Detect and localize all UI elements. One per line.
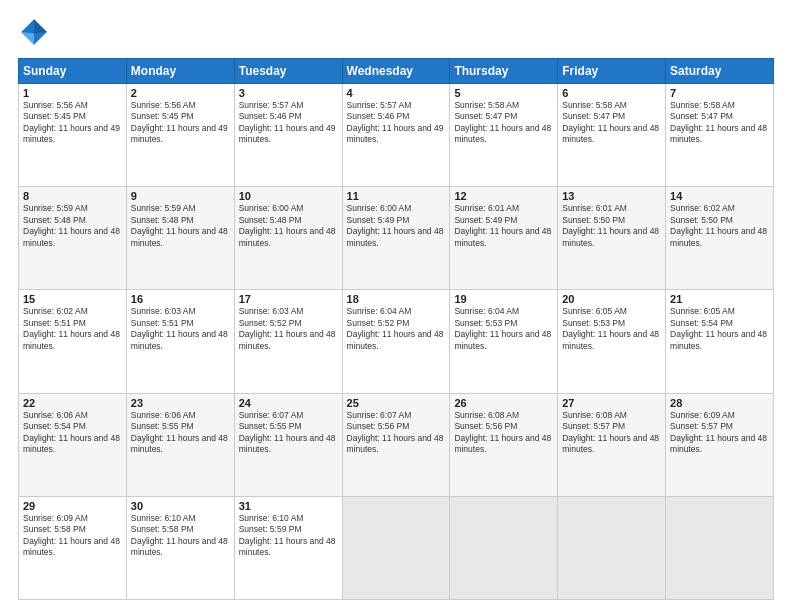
- day-info: Sunrise: 6:04 AMSunset: 5:52 PMDaylight:…: [347, 306, 444, 350]
- day-info: Sunrise: 5:57 AMSunset: 5:46 PMDaylight:…: [239, 100, 336, 144]
- day-number: 17: [239, 293, 338, 305]
- day-info: Sunrise: 5:57 AMSunset: 5:46 PMDaylight:…: [347, 100, 444, 144]
- day-info: Sunrise: 6:01 AMSunset: 5:50 PMDaylight:…: [562, 203, 659, 247]
- calendar-cell: 16Sunrise: 6:03 AMSunset: 5:51 PMDayligh…: [126, 290, 234, 393]
- calendar-cell: 1Sunrise: 5:56 AMSunset: 5:45 PMDaylight…: [19, 84, 127, 187]
- day-info: Sunrise: 6:00 AMSunset: 5:49 PMDaylight:…: [347, 203, 444, 247]
- calendar-cell: 11Sunrise: 6:00 AMSunset: 5:49 PMDayligh…: [342, 187, 450, 290]
- header: [18, 16, 774, 48]
- day-info: Sunrise: 6:09 AMSunset: 5:58 PMDaylight:…: [23, 513, 120, 557]
- day-number: 21: [670, 293, 769, 305]
- day-info: Sunrise: 6:10 AMSunset: 5:58 PMDaylight:…: [131, 513, 228, 557]
- day-info: Sunrise: 5:56 AMSunset: 5:45 PMDaylight:…: [23, 100, 120, 144]
- calendar-cell: [342, 496, 450, 599]
- svg-marker-2: [21, 32, 34, 45]
- day-info: Sunrise: 6:03 AMSunset: 5:51 PMDaylight:…: [131, 306, 228, 350]
- day-info: Sunrise: 6:07 AMSunset: 5:55 PMDaylight:…: [239, 410, 336, 454]
- calendar-cell: 2Sunrise: 5:56 AMSunset: 5:45 PMDaylight…: [126, 84, 234, 187]
- day-number: 24: [239, 397, 338, 409]
- day-info: Sunrise: 6:00 AMSunset: 5:48 PMDaylight:…: [239, 203, 336, 247]
- svg-marker-1: [34, 19, 47, 33]
- calendar-week-4: 22Sunrise: 6:06 AMSunset: 5:54 PMDayligh…: [19, 393, 774, 496]
- day-number: 4: [347, 87, 446, 99]
- day-header-wednesday: Wednesday: [342, 59, 450, 84]
- day-number: 16: [131, 293, 230, 305]
- day-number: 13: [562, 190, 661, 202]
- calendar-cell: 4Sunrise: 5:57 AMSunset: 5:46 PMDaylight…: [342, 84, 450, 187]
- day-number: 6: [562, 87, 661, 99]
- day-number: 23: [131, 397, 230, 409]
- day-number: 8: [23, 190, 122, 202]
- day-number: 22: [23, 397, 122, 409]
- day-header-tuesday: Tuesday: [234, 59, 342, 84]
- day-number: 15: [23, 293, 122, 305]
- day-number: 20: [562, 293, 661, 305]
- calendar-cell: 14Sunrise: 6:02 AMSunset: 5:50 PMDayligh…: [666, 187, 774, 290]
- calendar-week-2: 8Sunrise: 5:59 AMSunset: 5:48 PMDaylight…: [19, 187, 774, 290]
- calendar-cell: 13Sunrise: 6:01 AMSunset: 5:50 PMDayligh…: [558, 187, 666, 290]
- day-number: 9: [131, 190, 230, 202]
- day-info: Sunrise: 6:05 AMSunset: 5:54 PMDaylight:…: [670, 306, 767, 350]
- day-header-sunday: Sunday: [19, 59, 127, 84]
- calendar-cell: 22Sunrise: 6:06 AMSunset: 5:54 PMDayligh…: [19, 393, 127, 496]
- day-info: Sunrise: 6:10 AMSunset: 5:59 PMDaylight:…: [239, 513, 336, 557]
- calendar-cell: 5Sunrise: 5:58 AMSunset: 5:47 PMDaylight…: [450, 84, 558, 187]
- day-number: 14: [670, 190, 769, 202]
- calendar-cell: [666, 496, 774, 599]
- day-header-friday: Friday: [558, 59, 666, 84]
- day-info: Sunrise: 6:06 AMSunset: 5:55 PMDaylight:…: [131, 410, 228, 454]
- day-info: Sunrise: 5:56 AMSunset: 5:45 PMDaylight:…: [131, 100, 228, 144]
- calendar-cell: 12Sunrise: 6:01 AMSunset: 5:49 PMDayligh…: [450, 187, 558, 290]
- day-info: Sunrise: 6:06 AMSunset: 5:54 PMDaylight:…: [23, 410, 120, 454]
- day-number: 12: [454, 190, 553, 202]
- day-info: Sunrise: 6:03 AMSunset: 5:52 PMDaylight:…: [239, 306, 336, 350]
- page: SundayMondayTuesdayWednesdayThursdayFrid…: [0, 0, 792, 612]
- day-number: 11: [347, 190, 446, 202]
- day-info: Sunrise: 6:08 AMSunset: 5:56 PMDaylight:…: [454, 410, 551, 454]
- calendar-cell: 17Sunrise: 6:03 AMSunset: 5:52 PMDayligh…: [234, 290, 342, 393]
- calendar-cell: 23Sunrise: 6:06 AMSunset: 5:55 PMDayligh…: [126, 393, 234, 496]
- calendar-cell: 18Sunrise: 6:04 AMSunset: 5:52 PMDayligh…: [342, 290, 450, 393]
- calendar-cell: [558, 496, 666, 599]
- calendar-cell: 7Sunrise: 5:58 AMSunset: 5:47 PMDaylight…: [666, 84, 774, 187]
- day-number: 29: [23, 500, 122, 512]
- calendar-week-5: 29Sunrise: 6:09 AMSunset: 5:58 PMDayligh…: [19, 496, 774, 599]
- calendar-cell: 6Sunrise: 5:58 AMSunset: 5:47 PMDaylight…: [558, 84, 666, 187]
- day-info: Sunrise: 6:02 AMSunset: 5:50 PMDaylight:…: [670, 203, 767, 247]
- day-number: 5: [454, 87, 553, 99]
- calendar-cell: 15Sunrise: 6:02 AMSunset: 5:51 PMDayligh…: [19, 290, 127, 393]
- day-info: Sunrise: 6:09 AMSunset: 5:57 PMDaylight:…: [670, 410, 767, 454]
- calendar-cell: 19Sunrise: 6:04 AMSunset: 5:53 PMDayligh…: [450, 290, 558, 393]
- calendar-cell: 30Sunrise: 6:10 AMSunset: 5:58 PMDayligh…: [126, 496, 234, 599]
- calendar-cell: 27Sunrise: 6:08 AMSunset: 5:57 PMDayligh…: [558, 393, 666, 496]
- day-number: 30: [131, 500, 230, 512]
- day-number: 19: [454, 293, 553, 305]
- day-info: Sunrise: 6:07 AMSunset: 5:56 PMDaylight:…: [347, 410, 444, 454]
- calendar-cell: 3Sunrise: 5:57 AMSunset: 5:46 PMDaylight…: [234, 84, 342, 187]
- day-number: 28: [670, 397, 769, 409]
- calendar-cell: 31Sunrise: 6:10 AMSunset: 5:59 PMDayligh…: [234, 496, 342, 599]
- day-number: 10: [239, 190, 338, 202]
- day-info: Sunrise: 6:08 AMSunset: 5:57 PMDaylight:…: [562, 410, 659, 454]
- day-number: 2: [131, 87, 230, 99]
- day-info: Sunrise: 6:04 AMSunset: 5:53 PMDaylight:…: [454, 306, 551, 350]
- day-number: 3: [239, 87, 338, 99]
- day-header-monday: Monday: [126, 59, 234, 84]
- day-info: Sunrise: 5:59 AMSunset: 5:48 PMDaylight:…: [23, 203, 120, 247]
- calendar-cell: 29Sunrise: 6:09 AMSunset: 5:58 PMDayligh…: [19, 496, 127, 599]
- calendar-cell: 20Sunrise: 6:05 AMSunset: 5:53 PMDayligh…: [558, 290, 666, 393]
- day-info: Sunrise: 5:58 AMSunset: 5:47 PMDaylight:…: [670, 100, 767, 144]
- logo-icon: [18, 16, 50, 48]
- calendar-table: SundayMondayTuesdayWednesdayThursdayFrid…: [18, 58, 774, 600]
- calendar-week-1: 1Sunrise: 5:56 AMSunset: 5:45 PMDaylight…: [19, 84, 774, 187]
- calendar-cell: 10Sunrise: 6:00 AMSunset: 5:48 PMDayligh…: [234, 187, 342, 290]
- day-info: Sunrise: 6:02 AMSunset: 5:51 PMDaylight:…: [23, 306, 120, 350]
- day-info: Sunrise: 6:05 AMSunset: 5:53 PMDaylight:…: [562, 306, 659, 350]
- day-number: 26: [454, 397, 553, 409]
- day-header-thursday: Thursday: [450, 59, 558, 84]
- calendar-cell: 21Sunrise: 6:05 AMSunset: 5:54 PMDayligh…: [666, 290, 774, 393]
- day-number: 7: [670, 87, 769, 99]
- day-number: 25: [347, 397, 446, 409]
- day-info: Sunrise: 6:01 AMSunset: 5:49 PMDaylight:…: [454, 203, 551, 247]
- day-header-saturday: Saturday: [666, 59, 774, 84]
